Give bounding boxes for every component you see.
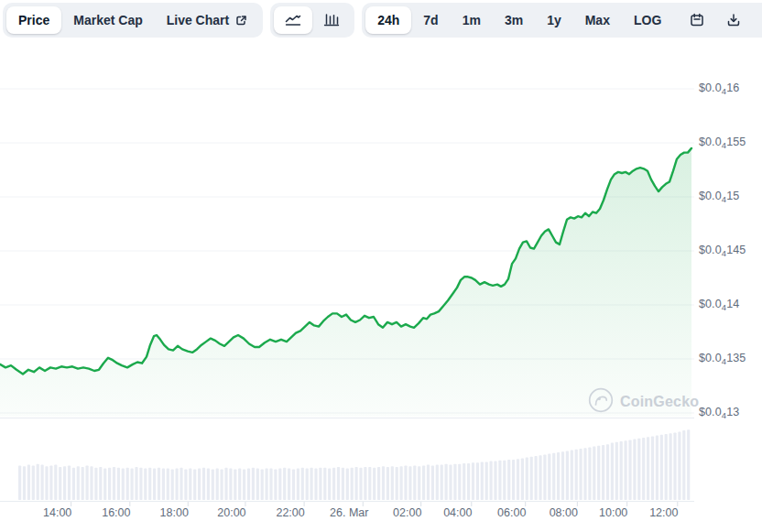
range-1m[interactable]: 1m (451, 6, 493, 34)
volume-bar[interactable] (328, 469, 331, 500)
volume-bar[interactable] (449, 465, 452, 500)
volume-bar[interactable] (59, 467, 61, 500)
volume-bar[interactable] (301, 468, 304, 500)
volume-bar[interactable] (139, 468, 142, 500)
volume-bar[interactable] (566, 451, 569, 500)
volume-bar[interactable] (441, 465, 443, 500)
volume-bar[interactable] (126, 468, 129, 500)
volume-bar[interactable] (625, 440, 627, 500)
volume-bar[interactable] (669, 433, 672, 500)
volume-bar[interactable] (413, 465, 416, 500)
volume-bar[interactable] (292, 469, 295, 500)
volume-bar[interactable] (543, 454, 546, 500)
volume-bar[interactable] (431, 465, 434, 500)
volume-bar[interactable] (314, 469, 317, 500)
tab-market-cap[interactable]: Market Cap (61, 6, 154, 34)
download-button[interactable] (715, 6, 752, 34)
volume-bar[interactable] (238, 469, 241, 500)
volume-bar[interactable] (481, 461, 484, 500)
volume-bar[interactable] (526, 458, 528, 500)
range-7d[interactable]: 7d (411, 6, 450, 34)
volume-bar[interactable] (490, 461, 493, 500)
volume-bar[interactable] (682, 430, 685, 500)
volume-bar[interactable] (364, 467, 366, 500)
volume-bar[interactable] (615, 442, 618, 500)
volume-bar[interactable] (588, 447, 591, 500)
volume-bar[interactable] (41, 465, 44, 500)
volume-bar[interactable] (144, 469, 147, 500)
volume-bar[interactable] (368, 467, 371, 500)
volume-bar[interactable] (373, 468, 376, 500)
volume-bar[interactable] (436, 465, 439, 500)
log-scale-toggle[interactable]: LOG (622, 6, 673, 34)
volume-bar[interactable] (535, 456, 538, 500)
volume-bar[interactable] (310, 468, 313, 500)
volume-bar[interactable] (27, 465, 30, 500)
volume-bar[interactable] (247, 469, 250, 500)
volume-bar[interactable] (207, 469, 210, 500)
volume-bar[interactable] (221, 469, 223, 500)
volume-bar[interactable] (351, 468, 354, 500)
volume-bar[interactable] (552, 453, 555, 500)
volume-bar[interactable] (94, 468, 97, 500)
volume-bar[interactable] (498, 461, 501, 500)
volume-bar[interactable] (453, 464, 456, 500)
volume-bar[interactable] (602, 445, 604, 500)
volume-bar[interactable] (386, 467, 389, 500)
volume-bar[interactable] (346, 469, 349, 500)
volume-bar[interactable] (278, 469, 281, 500)
volume-bar[interactable] (274, 469, 277, 500)
volume-bar[interactable] (396, 467, 398, 500)
volume-bar[interactable] (521, 458, 524, 500)
volume-bar[interactable] (32, 465, 35, 500)
volume-bar[interactable] (153, 469, 156, 500)
volume-bar[interactable] (606, 444, 609, 500)
volume-bar[interactable] (82, 467, 84, 500)
volume-bar[interactable] (342, 468, 344, 500)
date-range-button[interactable] (679, 6, 715, 34)
volume-bar[interactable] (404, 465, 407, 500)
volume-bar[interactable] (243, 469, 245, 500)
volume-bar[interactable] (252, 468, 255, 500)
volume-bar[interactable] (23, 466, 26, 500)
volume-bar[interactable] (408, 466, 411, 500)
volume-bar[interactable] (512, 460, 515, 500)
volume-bar[interactable] (212, 469, 214, 500)
volume-bar[interactable] (651, 436, 654, 500)
volume-bar[interactable] (575, 450, 578, 500)
volume-bar[interactable] (463, 463, 465, 500)
range-24h[interactable]: 24h (365, 6, 411, 34)
volume-bar[interactable] (45, 466, 48, 500)
volume-bar[interactable] (332, 468, 335, 500)
volume-bar[interactable] (224, 468, 227, 500)
volume-bar[interactable] (234, 469, 236, 500)
volume-bar[interactable] (391, 466, 394, 500)
volume-bar[interactable] (647, 437, 649, 500)
volume-bar[interactable] (593, 447, 595, 500)
volume-bar[interactable] (68, 465, 71, 500)
volume-bar[interactable] (113, 467, 115, 500)
volume-bar[interactable] (193, 469, 196, 500)
volume-bar[interactable] (319, 468, 321, 500)
volume-bar[interactable] (54, 465, 57, 500)
volume-bar[interactable] (216, 469, 219, 500)
volume-bar[interactable] (135, 467, 137, 500)
volume-bar[interactable] (611, 443, 614, 500)
volume-bar[interactable] (571, 451, 573, 500)
volume-bar[interactable] (77, 466, 80, 500)
volume-bar[interactable] (162, 469, 165, 500)
volume-bar[interactable] (628, 440, 631, 500)
volume-bar[interactable] (503, 461, 506, 500)
volume-bar[interactable] (297, 469, 299, 500)
range-max[interactable]: Max (573, 6, 622, 34)
volume-bar[interactable] (180, 468, 182, 500)
fullscreen-button[interactable] (752, 6, 762, 34)
volume-bar[interactable] (557, 452, 560, 500)
volume-bar[interactable] (122, 469, 125, 500)
volume-bar[interactable] (620, 441, 623, 500)
volume-bar[interactable] (18, 465, 21, 500)
range-3m[interactable]: 3m (493, 6, 535, 34)
volume-bar[interactable] (583, 448, 586, 500)
tab-price[interactable]: Price (6, 6, 61, 34)
volume-bar[interactable] (687, 429, 690, 500)
